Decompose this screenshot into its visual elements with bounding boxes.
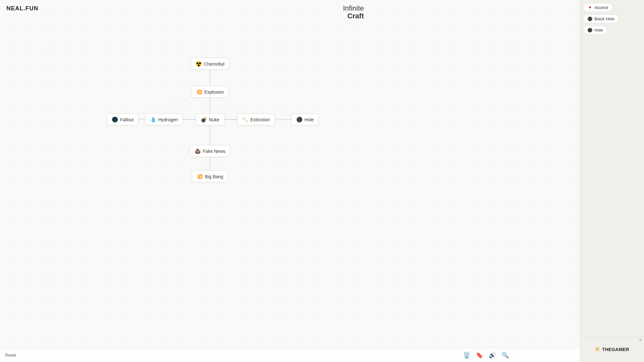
node-hole[interactable]: ⚫Hole [291, 114, 319, 125]
alcohol-label: Alcohol [594, 5, 608, 10]
explosion-label: Explosion [204, 89, 224, 94]
bigbang-emoji: 💥 [197, 173, 203, 180]
bottom-bar: Reset 🗑️ 🔖 🔊 🔍 [0, 348, 580, 362]
node-explosion[interactable]: 💥Explosion [191, 86, 229, 98]
close-watermark-button[interactable]: ✕ [639, 338, 642, 342]
node-fakenews[interactable]: 💩Fake News [190, 145, 230, 157]
connections-svg [0, 0, 580, 362]
alcohol-emoji: 🍷 [587, 5, 592, 10]
fakenews-emoji: 💩 [194, 148, 201, 154]
hole-sidebar-label: Hole [594, 28, 603, 32]
nuke-emoji: 💣 [201, 116, 207, 123]
fallout-label: Fallout [120, 117, 134, 122]
sidebar-item-hole[interactable]: ⚫ Hole [583, 26, 607, 34]
chernobyl-emoji: ☢️ [195, 61, 202, 67]
craft-canvas[interactable]: ☢️Chernobyl💥Explosion💣Nuke🌑Fallout💧Hydro… [0, 0, 580, 362]
node-bigbang[interactable]: 💥Big Bang [192, 171, 228, 182]
blackhole-label: Black Hole [594, 16, 614, 21]
hole-emoji: ⚫ [296, 116, 303, 123]
hydrogen-emoji: 💧 [150, 116, 156, 123]
node-nuke[interactable]: 💣Nuke [196, 114, 224, 125]
node-extinction[interactable]: 🦴Extinction [237, 114, 275, 125]
thegamer-logo: ✳ THEGAMER [594, 345, 629, 354]
bookmark-icon[interactable]: 🔖 [476, 352, 483, 359]
extinction-emoji: 🦴 [242, 116, 249, 123]
reset-button[interactable]: Reset [5, 353, 16, 357]
explosion-emoji: 💥 [196, 89, 203, 95]
sidebar-item-alcohol[interactable]: 🍷 Alcohol [583, 3, 612, 12]
nuke-label: Nuke [209, 117, 220, 122]
node-hydrogen[interactable]: 💧Hydrogen [145, 114, 183, 125]
extinction-label: Extinction [251, 117, 270, 122]
sidebar-item-blackhole[interactable]: ⚫ Black Hole [583, 14, 619, 23]
blackhole-emoji: ⚫ [587, 16, 592, 21]
node-fallout[interactable]: 🌑Fallout [107, 114, 138, 125]
thegamer-star-icon: ✳ [594, 345, 600, 354]
thegamer-watermark: ✳ THEGAMER ✕ [580, 336, 644, 362]
volume-icon[interactable]: 🔊 [489, 352, 496, 359]
hydrogen-label: Hydrogen [158, 117, 178, 122]
bigbang-label: Big Bang [205, 174, 223, 179]
bottom-icons: 🗑️ 🔖 🔊 🔍 [463, 352, 509, 359]
search-icon[interactable]: 🔍 [502, 352, 509, 359]
node-chernobyl[interactable]: ☢️Chernobyl [191, 58, 229, 70]
fallout-emoji: 🌑 [112, 116, 118, 123]
hole-sidebar-emoji: ⚫ [587, 28, 592, 32]
sidebar: 🍷 Alcohol ⚫ Black Hole ⚫ Hole [580, 0, 644, 362]
hole-label: Hole [305, 117, 314, 122]
thegamer-text: THEGAMER [602, 347, 629, 352]
trash-icon[interactable]: 🗑️ [463, 352, 470, 359]
fakenews-label: Fake News [203, 148, 225, 153]
chernobyl-label: Chernobyl [204, 61, 224, 66]
